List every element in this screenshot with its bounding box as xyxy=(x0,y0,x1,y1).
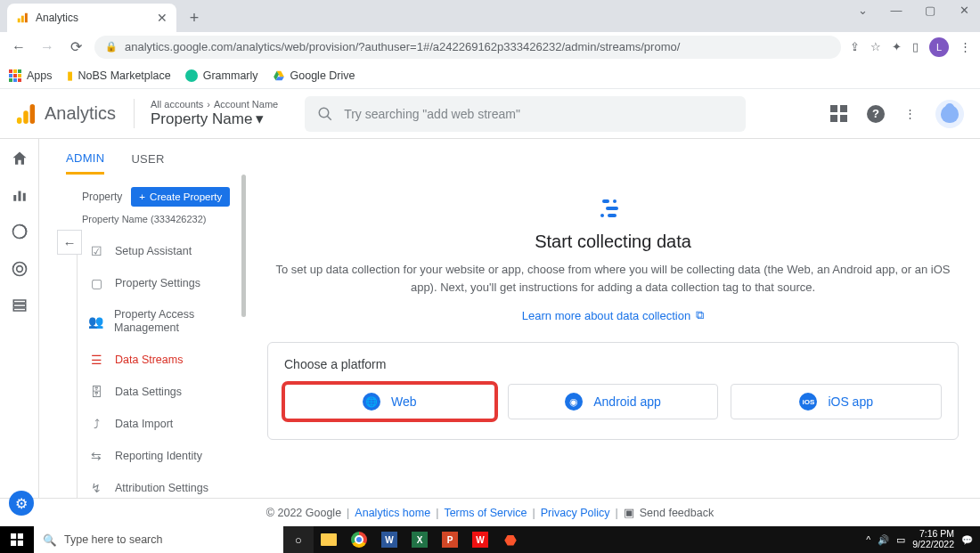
bookmark-label: Grammarly xyxy=(203,69,258,82)
chevron-down-icon[interactable]: ⌄ xyxy=(852,4,873,17)
task-explorer[interactable] xyxy=(314,526,344,553)
main-content: Start collecting data To set up data col… xyxy=(246,175,980,498)
svg-rect-21 xyxy=(613,199,617,203)
task-chrome[interactable] xyxy=(344,526,374,553)
page-description: To set up data collection for your websi… xyxy=(274,261,951,296)
property-selector[interactable]: All accounts›Account Name Property Name▾ xyxy=(134,99,278,128)
diagnostics-icon[interactable] xyxy=(830,105,847,122)
task-powerpoint[interactable]: P xyxy=(435,526,465,553)
android-icon: ◉ xyxy=(565,393,583,411)
streams-hero-icon xyxy=(600,198,625,219)
extensions-icon[interactable]: ✦ xyxy=(892,40,902,53)
search-placeholder: Try searching "add web stream" xyxy=(344,107,520,121)
tray-notifications-icon[interactable]: 💬 xyxy=(961,534,973,546)
account-avatar[interactable] xyxy=(935,100,964,128)
bookmark-label: Google Drive xyxy=(290,69,355,82)
footer-link-tos[interactable]: Terms of Service xyxy=(444,507,527,519)
property-column: ← Property +Create Property Property Nam… xyxy=(39,175,246,498)
maximize-icon[interactable]: ▢ xyxy=(919,4,941,17)
svg-rect-6 xyxy=(17,117,22,123)
menu-access-management[interactable]: 👥Property Access Management xyxy=(78,299,239,344)
reports-icon[interactable] xyxy=(12,187,28,203)
tray-clock[interactable]: 7:16 PM 9/22/2022 xyxy=(912,529,954,549)
menu-data-streams[interactable]: ☰Data Streams xyxy=(78,344,239,376)
menu-property-settings[interactable]: ▢Property Settings xyxy=(78,267,239,299)
kebab-icon[interactable]: ⋮ xyxy=(960,40,971,53)
share-icon[interactable]: ⇪ xyxy=(850,40,860,53)
back-icon[interactable]: ← xyxy=(9,39,29,55)
bookmark-nobs[interactable]: ▮NoBS Marketplace xyxy=(67,69,171,82)
search-bar[interactable]: Try searching "add web stream" xyxy=(305,96,746,132)
menu-setup-assistant[interactable]: ☑Setup Assistant xyxy=(78,235,239,267)
home-icon[interactable] xyxy=(11,150,29,167)
menu-label: Property Settings xyxy=(115,277,200,289)
svg-rect-24 xyxy=(608,214,617,217)
close-window-icon[interactable]: ✕ xyxy=(953,4,975,17)
footer-link-privacy[interactable]: Privacy Policy xyxy=(541,507,610,519)
admin-gear-fab[interactable]: ⚙ xyxy=(9,491,34,516)
left-nav-rail xyxy=(0,139,39,498)
taskbar-search[interactable]: 🔍 Type here to search xyxy=(34,526,283,553)
task-word[interactable]: W xyxy=(374,526,404,553)
svg-rect-23 xyxy=(600,214,604,217)
tray-up-icon[interactable]: ^ xyxy=(866,534,870,545)
close-tab-icon[interactable]: ✕ xyxy=(157,11,167,25)
create-property-button[interactable]: +Create Property xyxy=(131,187,230,207)
menu-data-import[interactable]: ⤴Data Import xyxy=(78,408,239,440)
tray-date: 9/22/2022 xyxy=(912,540,954,550)
browser-tab[interactable]: Analytics ✕ xyxy=(7,4,176,32)
svg-rect-26 xyxy=(18,533,23,539)
learn-more-link[interactable]: Learn more about data collection⧉ xyxy=(522,308,704,322)
url-input[interactable]: 🔒 analytics.google.com/analytics/web/pro… xyxy=(94,36,841,59)
database-icon: 🗄 xyxy=(88,385,104,399)
apps-shortcut[interactable]: Apps xyxy=(9,69,53,82)
task-cortana[interactable]: ○ xyxy=(283,526,314,553)
property-subtitle: Property Name (333426232) xyxy=(82,214,239,224)
svg-rect-18 xyxy=(13,305,26,307)
platform-android-button[interactable]: ◉ Android app xyxy=(508,384,719,419)
tab-admin[interactable]: ADMIN xyxy=(66,151,104,175)
advertising-icon[interactable] xyxy=(11,260,29,278)
tray-volume-icon[interactable]: 🔊 xyxy=(878,534,889,546)
page-footer: © 2022 Google | Analytics home | Terms o… xyxy=(0,498,980,526)
tab-user[interactable]: USER xyxy=(131,152,164,175)
windows-taskbar: 🔍 Type here to search ○ W X P W ⬣ ^ 🔊 ▭ … xyxy=(0,526,980,553)
bookmark-drive[interactable]: Google Drive xyxy=(273,69,355,82)
start-button[interactable] xyxy=(0,526,34,553)
task-app-w[interactable]: W xyxy=(465,526,495,553)
footer-link-home[interactable]: Analytics home xyxy=(355,507,430,519)
minimize-icon[interactable]: — xyxy=(886,4,907,17)
admin-tabs: ADMIN USER xyxy=(39,139,980,175)
task-brave[interactable]: ⬣ xyxy=(495,526,526,553)
analytics-logo[interactable]: Analytics xyxy=(16,103,116,125)
bookmark-grammarly[interactable]: Grammarly xyxy=(185,69,258,82)
copyright: © 2022 Google xyxy=(266,507,341,519)
menu-data-settings[interactable]: 🗄Data Settings xyxy=(78,376,239,408)
tray-battery-icon[interactable]: ▭ xyxy=(896,534,905,545)
svg-rect-17 xyxy=(13,300,26,303)
scrollbar[interactable] xyxy=(241,175,246,317)
platform-ios-button[interactable]: iOS iOS app xyxy=(731,384,942,419)
svg-rect-0 xyxy=(18,19,20,23)
explore-icon[interactable] xyxy=(11,223,29,240)
browser-tab-strip: Analytics ✕ + ⌄ — ▢ ✕ xyxy=(0,0,980,32)
star-icon[interactable]: ☆ xyxy=(870,40,881,53)
platform-web-button[interactable]: 🌐 Web xyxy=(284,384,495,419)
send-feedback-link[interactable]: Send feedback xyxy=(640,507,714,519)
window-controls: ⌄ — ▢ ✕ xyxy=(852,4,975,17)
menu-label: Setup Assistant xyxy=(115,245,192,257)
configure-icon[interactable] xyxy=(12,297,28,313)
help-icon[interactable]: ? xyxy=(867,105,885,123)
task-excel[interactable]: X xyxy=(404,526,435,553)
menu-attribution-settings[interactable]: ↯Attribution Settings xyxy=(78,472,239,498)
choose-platform-label: Choose a platform xyxy=(284,357,942,371)
menu-reporting-identity[interactable]: ⇆Reporting Identity xyxy=(78,440,239,472)
new-tab-button[interactable]: + xyxy=(182,5,207,30)
svg-rect-27 xyxy=(11,541,16,546)
panel-icon[interactable]: ▯ xyxy=(912,40,919,53)
profile-avatar[interactable]: L xyxy=(929,37,949,57)
reload-icon[interactable]: ⟳ xyxy=(66,38,86,55)
kebab-icon[interactable]: ⋮ xyxy=(904,107,916,120)
web-icon: 🌐 xyxy=(363,393,380,411)
collapse-column-button[interactable]: ← xyxy=(57,230,82,255)
